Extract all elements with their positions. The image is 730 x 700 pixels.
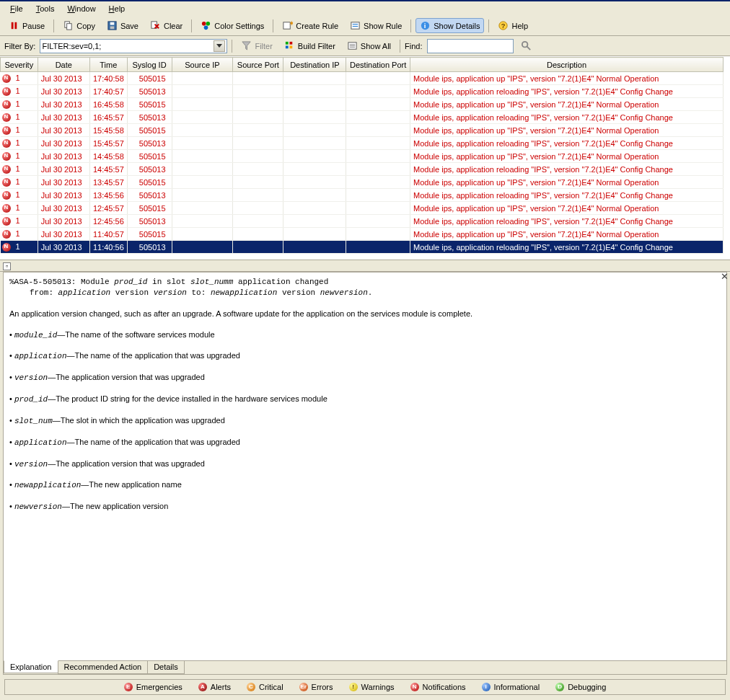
collapse-box-icon[interactable]: ▫ [3,262,11,270]
svg-text:✶: ✶ [290,20,294,27]
color-settings-button[interactable]: Color Settings [196,18,268,33]
table-cell: 505015 [127,202,172,215]
svg-text:?: ? [501,22,506,30]
table-cell: Jul 30 2013 [38,150,89,163]
column-header[interactable]: Source IP [172,58,233,72]
show-rule-button[interactable]: Show Rule [346,18,406,33]
table-cell: 11:40:57 [89,228,127,241]
details-panel: ✕ %ASA-5-505013: Module prod_id in slot … [0,272,730,700]
column-header[interactable]: Destination Port [346,58,410,72]
create-rule-button[interactable]: ✶ Create Rule [278,18,343,33]
column-header[interactable]: Source Port [233,58,283,72]
column-header[interactable]: Description [410,58,724,72]
svg-text:i: i [424,22,426,30]
pause-icon [9,20,19,31]
table-row[interactable]: 1Jul 30 201314:45:57505013Module ips, ap… [1,163,724,176]
table-cell [346,98,410,111]
table-row[interactable]: 1Jul 30 201315:45:58505015Module ips, ap… [1,124,724,137]
table-cell [233,85,283,98]
show-all-button[interactable]: Show All [343,38,395,53]
legend-icon: C [247,683,255,691]
detail-line2-e: . [368,288,373,297]
table-row[interactable]: 1Jul 30 201311:40:56505013Module ips, ap… [1,241,724,254]
splitter-bar[interactable]: ▫ [0,260,730,272]
menu-tools[interactable]: Tools [30,3,61,14]
table-cell: Jul 30 2013 [38,241,89,254]
table-cell [172,202,233,215]
save-button[interactable]: Save [102,18,143,33]
legend-item: ErErrors [299,683,333,691]
svg-rect-21 [289,42,292,45]
copy-label: Copy [76,22,95,30]
table-cell [346,176,410,189]
separator [400,40,400,53]
table-row[interactable]: 1Jul 30 201316:45:58505015Module ips, ap… [1,98,724,111]
table-cell [172,137,233,150]
table-row[interactable]: 1Jul 30 201312:45:57505015Module ips, ap… [1,202,724,215]
close-button[interactable]: ✕ [718,272,730,283]
pause-button[interactable]: Pause [4,18,49,33]
table-row[interactable]: 1Jul 30 201315:45:57505013Module ips, ap… [1,137,724,150]
severity-icon [2,100,11,109]
filter-combo[interactable]: FILTER:sev=0,1; [40,39,227,53]
table-row[interactable]: 1Jul 30 201311:40:57505015Module ips, ap… [1,228,724,241]
legend-icon: i [482,683,491,691]
table-cell [233,137,283,150]
svg-rect-22 [286,46,289,49]
table-cell [283,163,346,176]
clear-button[interactable]: Clear [146,18,187,33]
legend-icon: N [410,683,419,691]
table-cell: Jul 30 2013 [38,124,89,137]
table-row[interactable]: 1Jul 30 201313:45:56505013Module ips, ap… [1,189,724,202]
table-cell: 505015 [127,124,172,137]
table-row[interactable]: 1Jul 30 201317:40:57505013Module ips, ap… [1,85,724,98]
find-input[interactable] [427,39,514,53]
copy-button[interactable]: Copy [58,18,100,33]
menu-window[interactable]: Window [61,3,101,14]
table-row[interactable]: 1Jul 30 201314:45:58505015Module ips, ap… [1,150,724,163]
table-row[interactable]: 1Jul 30 201316:45:57505013Module ips, ap… [1,111,724,124]
menu-help[interactable]: Help [103,3,131,14]
svg-line-29 [527,46,530,50]
table-cell [283,176,346,189]
column-header[interactable]: Severity [1,58,38,72]
filter-button[interactable]: Filter [237,38,276,53]
tab-details[interactable]: Details [147,661,185,674]
table-cell [172,124,233,137]
table-cell: Module ips, application up "IPS", versio… [410,176,724,189]
tab-explanation[interactable]: Explanation [4,660,58,673]
table-cell: Jul 30 2013 [38,98,89,111]
table-cell: 17:40:57 [89,85,127,98]
column-header[interactable]: Destination IP [283,58,346,72]
legend-label: Emergencies [136,683,182,691]
table-cell: 14:45:58 [89,150,127,163]
show-details-button[interactable]: i Show Details [415,18,484,33]
detail-line2-newapp: newapplication [211,288,277,297]
table-row[interactable]: 1Jul 30 201313:45:57505015Module ips, ap… [1,176,724,189]
column-header[interactable]: Date [38,58,89,72]
detail-header-a: %ASA-5-505013: Module [9,278,114,286]
dropdown-arrow-icon[interactable] [214,40,225,52]
table-body: 1Jul 30 201317:40:58505015Module ips, ap… [1,72,724,254]
column-header[interactable]: Time [89,58,127,72]
svg-point-28 [522,42,527,48]
find-button[interactable] [516,38,536,53]
build-filter-button[interactable]: Build Filter [280,38,340,53]
column-header[interactable]: Syslog ID [127,58,172,72]
table-cell: 505013 [127,111,172,124]
help-button[interactable]: ? Help [493,18,532,33]
detail-item: • version—The application version that w… [9,372,721,384]
table-cell [233,98,283,111]
legend-item: AAlerts [198,683,231,691]
table-cell: Jul 30 2013 [38,176,89,189]
separator [273,19,273,32]
table-row[interactable]: 1Jul 30 201312:45:56505013Module ips, ap… [1,215,724,228]
table-cell [346,137,410,150]
legend-icon: A [198,683,207,691]
table-row[interactable]: 1Jul 30 201317:40:58505015Module ips, ap… [1,72,724,85]
legend-item: iInformational [482,683,540,691]
tab-recommended-action[interactable]: Recommended Action [58,661,149,674]
table-cell: 17:40:58 [89,72,127,85]
table-cell: Jul 30 2013 [38,202,89,215]
menu-file[interactable]: File [4,3,29,14]
